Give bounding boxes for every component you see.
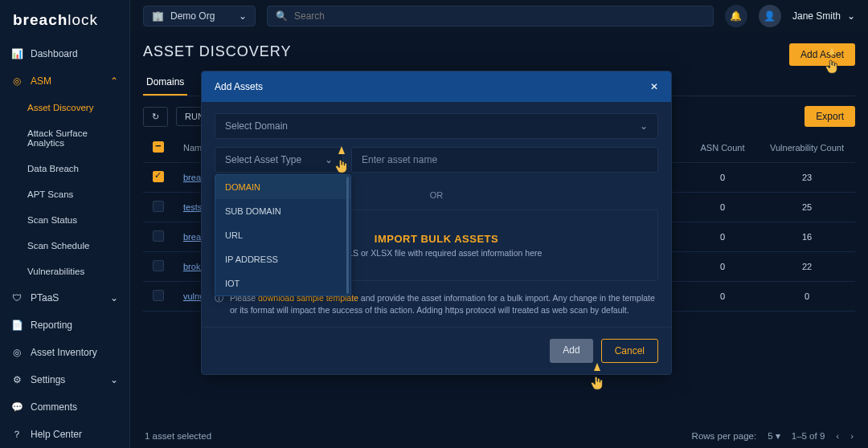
chevron-down-icon: ⌄ — [110, 292, 118, 303]
select-domain-dropdown[interactable]: Select Domain ⌄ — [215, 113, 658, 139]
asset-type-ip[interactable]: IP ADDRESS — [215, 247, 350, 271]
export-button[interactable]: Export — [805, 106, 855, 127]
asset-type-iot[interactable]: IOT — [215, 271, 350, 295]
sidebar-item-dashboard[interactable]: 📊 Dashboard — [0, 40, 129, 67]
search-icon: 🔍 — [276, 10, 288, 22]
cell-asn: 0 — [686, 252, 759, 282]
footer: 1 asset selected Rows per page: 5 ▾ 1–5 … — [130, 430, 868, 442]
target-icon: ◎ — [11, 75, 23, 87]
modal-title: Add Assets — [215, 81, 263, 92]
row-checkbox[interactable] — [153, 230, 164, 242]
chevron-up-icon: ⌃ — [110, 75, 118, 87]
pagination: Rows per page: 5 ▾ 1–5 of 9 ‹ › — [692, 430, 854, 442]
tab-domains[interactable]: Domains — [143, 70, 187, 96]
add-assets-modal: Add Assets ✕ Select Domain ⌄ Select Asse… — [201, 71, 672, 375]
help-icon: ？ — [11, 429, 23, 440]
refresh-button[interactable]: ↻ — [143, 107, 168, 127]
cell-vuln: 23 — [759, 163, 855, 193]
cell-asn: 0 — [686, 163, 759, 193]
user-menu[interactable]: Jane Smith ⌄ — [792, 10, 855, 22]
row-checkbox[interactable] — [153, 260, 164, 271]
close-icon[interactable]: ✕ — [650, 81, 658, 92]
cell-vuln: 0 — [759, 282, 855, 312]
chevron-down-icon: ⌄ — [325, 154, 333, 165]
cell-asn: 0 — [686, 222, 759, 252]
add-button[interactable]: Add — [550, 339, 592, 363]
asset-type-subdomain[interactable]: SUB DOMAIN — [215, 199, 350, 223]
comment-icon: 💬 — [11, 401, 23, 413]
sidebar-item-scan-status[interactable]: Scan Status — [0, 207, 129, 233]
modal-actions: Add Cancel — [202, 327, 671, 374]
cell-vuln: 22 — [759, 252, 855, 282]
prev-page[interactable]: ‹ — [836, 431, 839, 441]
asset-type-url[interactable]: URL — [215, 223, 350, 247]
document-icon: 📄 — [11, 320, 23, 331]
search-bar[interactable]: 🔍 — [267, 6, 714, 26]
row-checkbox[interactable] — [153, 171, 164, 182]
page-range: 1–5 of 9 — [792, 431, 825, 441]
building-icon: 🏢 — [152, 10, 164, 22]
sidebar-item-vulnerabilities[interactable]: Vulnerabilities — [0, 259, 129, 284]
page-title: ASSET DISCOVERY — [143, 43, 855, 60]
sidebar-item-ptaas[interactable]: 🛡 PTaaS ⌄ — [0, 284, 129, 312]
asset-type-domain[interactable]: DOMAIN — [215, 175, 350, 199]
rows-per-page-label: Rows per page: — [692, 431, 757, 441]
chevron-down-icon: ⌄ — [239, 10, 247, 22]
chevron-down-icon: ⌄ — [640, 120, 648, 132]
sidebar-item-apt-scans[interactable]: APT Scans — [0, 181, 129, 207]
cell-asn: 0 — [686, 282, 759, 312]
avatar[interactable]: 👤 — [759, 5, 781, 27]
chart-icon: 📊 — [11, 48, 23, 59]
cell-vuln: 16 — [759, 222, 855, 252]
cancel-button[interactable]: Cancel — [601, 339, 658, 363]
sidebar-item-asset-discovery[interactable]: Asset Discovery — [0, 95, 129, 120]
brand-logo: breachlock — [0, 0, 129, 40]
col-asn: ASN Count — [686, 133, 759, 163]
search-input[interactable] — [294, 10, 705, 22]
topbar: 🏢 Demo Org ⌄ 🔍 🔔 👤 Jane Smith ⌄ — [130, 0, 868, 32]
sidebar-item-reporting[interactable]: 📄 Reporting — [0, 312, 129, 339]
org-select[interactable]: 🏢 Demo Org ⌄ — [143, 6, 256, 26]
sidebar-item-asset-inventory[interactable]: ◎ Asset Inventory — [0, 339, 129, 366]
asset-type-menu: DOMAIN SUB DOMAIN URL IP ADDRESS IOT — [215, 174, 351, 296]
row-checkbox[interactable] — [153, 201, 164, 212]
sidebar-item-comments[interactable]: 💬 Comments — [0, 393, 129, 421]
chevron-down-icon: ⌄ — [847, 10, 855, 22]
col-vuln: Vulnerability Count — [759, 133, 855, 163]
scrollbar[interactable] — [346, 177, 349, 294]
sidebar-item-help[interactable]: ？ Help Center — [0, 421, 129, 448]
select-all-checkbox[interactable] — [153, 141, 164, 153]
add-asset-button[interactable]: Add Asset — [789, 43, 855, 66]
sidebar-item-asm[interactable]: ◎ ASM ⌃ — [0, 67, 129, 95]
inventory-icon: ◎ — [11, 347, 23, 358]
row-checkbox[interactable] — [153, 290, 164, 301]
shield-icon: 🛡 — [11, 292, 23, 303]
selected-count: 1 asset selected — [145, 431, 211, 441]
gear-icon: ⚙ — [11, 374, 23, 385]
modal-header: Add Assets ✕ — [202, 71, 671, 102]
sidebar-item-data-breach[interactable]: Data Breach — [0, 156, 129, 181]
sidebar-item-attack-surface[interactable]: Attack Surface Analytics — [0, 120, 129, 156]
asset-name-input[interactable] — [351, 147, 658, 173]
sidebar: breachlock 📊 Dashboard ◎ ASM ⌃ Asset Dis… — [0, 0, 130, 448]
rows-per-page-select[interactable]: 5 ▾ — [768, 430, 780, 442]
select-asset-type-dropdown[interactable]: Select Asset Type ⌄ — [215, 147, 343, 173]
chevron-down-icon: ⌄ — [110, 374, 118, 385]
cell-asn: 0 — [686, 193, 759, 222]
cell-vuln: 25 — [759, 193, 855, 222]
next-page[interactable]: › — [850, 431, 854, 441]
notification-bell-icon[interactable]: 🔔 — [725, 5, 747, 27]
sidebar-item-scan-schedule[interactable]: Scan Schedule — [0, 233, 129, 259]
sidebar-item-settings[interactable]: ⚙ Settings ⌄ — [0, 366, 129, 393]
